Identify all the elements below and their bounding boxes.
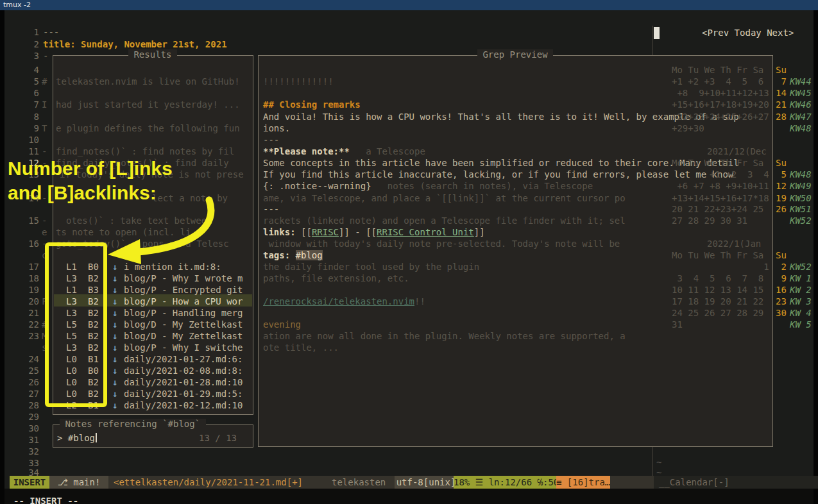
calendar-sunday-day[interactable]: 2 bbox=[776, 261, 787, 273]
buffer-text-fragment: F bbox=[42, 296, 47, 307]
result-item[interactable]: i mention it.md:8: bbox=[124, 261, 221, 273]
result-item[interactable]: blog/P - Why I switche bbox=[124, 342, 243, 353]
result-link-count: L3 bbox=[66, 273, 77, 284]
search-input[interactable]: > #blog bbox=[57, 432, 95, 444]
result-backlink-count: B2 bbox=[88, 330, 99, 342]
calendar-week-days[interactable]: 10 11 12 13 14 15 bbox=[672, 284, 763, 296]
calendar-week-days[interactable]: +1 +2 3 4 bbox=[672, 169, 769, 180]
today-button[interactable]: Today bbox=[735, 28, 762, 38]
calendar-week-days[interactable]: 20 21 22+23+24 25 bbox=[672, 203, 763, 215]
result-item[interactable]: daily/2021-01-27.md:6: bbox=[124, 353, 243, 365]
preview-line: ation are now all done in the plugin. We… bbox=[263, 330, 626, 342]
calendar-sunday-header: Su bbox=[776, 64, 787, 76]
preview-text: ## Closing remarks bbox=[263, 99, 361, 110]
calendar-week-days[interactable]: 27 28 29 30 31 bbox=[672, 215, 747, 226]
result-item[interactable]: daily/2021-01-28.md:10 bbox=[124, 376, 243, 388]
calendar-week-days[interactable]: 17 18 19 20 21 22 bbox=[672, 296, 763, 307]
calendar-week-days[interactable]: +6 +7 +8 +9+10+11 bbox=[672, 180, 769, 192]
calendar-week-days[interactable]: +8 9+10+11+12+13 bbox=[672, 87, 769, 99]
preview-line: tags: #blog bbox=[263, 249, 323, 261]
preview-line: ame, via Telescope, and place a `[[link]… bbox=[263, 192, 626, 204]
preview-text: window with today's daily note pre-selec… bbox=[263, 239, 620, 249]
buffer-text-fragment: - bbox=[42, 238, 47, 249]
calendar-week-number: KW 2 bbox=[790, 284, 812, 296]
calendar-sunday-day[interactable]: 21 bbox=[776, 99, 787, 110]
result-backlink-count: B1 bbox=[88, 399, 99, 411]
line-number: 24 bbox=[22, 353, 39, 365]
buffer-text-fragment: - bbox=[42, 215, 47, 226]
result-backlink-count: B3 bbox=[88, 284, 99, 296]
calendar-week-number: KW45 bbox=[790, 87, 812, 99]
result-item[interactable]: daily/2021-02-08.md:8: bbox=[124, 365, 243, 376]
line-number: 27 bbox=[22, 388, 39, 399]
calendar-sunday-day[interactable]: 12 bbox=[776, 180, 787, 192]
calendar-sunday-day[interactable]: 30 bbox=[776, 307, 787, 319]
result-item[interactable]: daily/2021-02-12.md:10 bbox=[124, 399, 243, 411]
calendar-sunday-day[interactable]: 23 bbox=[776, 296, 787, 307]
down-arrow-icon: ↓ bbox=[112, 342, 117, 353]
preview-line: --- bbox=[263, 134, 279, 146]
calendar-week-number: KW48 bbox=[790, 122, 812, 134]
buffer-text-fragment: M bbox=[42, 330, 47, 342]
result-link-count: L3 bbox=[66, 307, 77, 319]
down-arrow-icon: ↓ bbox=[112, 353, 117, 365]
calendar-week-days[interactable]: 3 4 5 6 7 8 bbox=[672, 273, 763, 284]
result-item[interactable]: blog/D - My Zettelkast bbox=[124, 319, 243, 330]
result-item[interactable]: daily/2021-01-29.md:5: bbox=[124, 388, 243, 399]
calendar-week-days[interactable]: 31 bbox=[672, 319, 683, 330]
preview-text: ]] - [[ bbox=[339, 227, 377, 237]
calendar-sunday-day[interactable]: 26 bbox=[776, 203, 787, 215]
calendar-week-number: KW 3 bbox=[790, 296, 812, 307]
buffer-text-fragment: c bbox=[42, 249, 47, 261]
calendar-week-days[interactable]: +22+23+24+25+26+27 bbox=[672, 111, 769, 122]
text-cursor bbox=[96, 433, 97, 442]
prev-button[interactable]: <Prev bbox=[702, 28, 729, 38]
calendar-week-days[interactable]: +29+30 bbox=[672, 122, 704, 134]
calendar-week-number: KW 4 bbox=[790, 307, 812, 319]
calendar-week-days[interactable]: 1 bbox=[672, 261, 769, 273]
line-number: 2 bbox=[22, 38, 39, 50]
calendar-week-days[interactable]: 24 25 26 27 28 29 bbox=[672, 307, 763, 319]
result-item[interactable]: blog/P - Handling merg bbox=[124, 307, 243, 319]
results-bg-text: goto_today()` : pops up a Telesc bbox=[56, 238, 229, 249]
down-arrow-icon: ↓ bbox=[112, 284, 117, 296]
preview-text: ions. bbox=[263, 123, 290, 133]
preview-line: --- bbox=[263, 203, 279, 215]
line-number: 11 bbox=[22, 146, 39, 157]
result-link-count: L1 bbox=[66, 261, 77, 273]
calendar-sunday-day[interactable]: 28 bbox=[776, 111, 787, 122]
calendar-week-days[interactable]: +13+14+15+16+17*18 bbox=[672, 192, 769, 204]
line-number: 32 bbox=[22, 446, 39, 457]
calendar-week-days[interactable]: +15+16+17+18+19+20 bbox=[672, 99, 769, 110]
calendar-sunday-day[interactable]: 14 bbox=[776, 87, 787, 99]
next-button[interactable]: Next> bbox=[767, 28, 794, 38]
calendar-sunday-day[interactable]: 19 bbox=[776, 192, 787, 204]
preview-text: ]] bbox=[474, 227, 485, 237]
calendar-sunday-day[interactable]: 5 bbox=[776, 169, 787, 180]
preview-text: notes (search in notes), via Telescope bbox=[371, 181, 593, 191]
preview-text: !! bbox=[414, 296, 425, 307]
line-number: 10 bbox=[22, 134, 39, 146]
line-number: 5 bbox=[22, 76, 39, 87]
result-item[interactable]: blog/P - How a CPU wor bbox=[124, 296, 243, 307]
calendar-sunday-day[interactable]: 16 bbox=[776, 284, 787, 296]
line-number: 7 bbox=[22, 99, 39, 110]
buffer-text-fragment: I bbox=[42, 99, 47, 110]
result-item[interactable]: blog/P - Why I wrote m bbox=[124, 273, 243, 284]
preview-text: If you find this article inaccurate, lac… bbox=[263, 169, 739, 180]
result-backlink-count: B2 bbox=[88, 342, 99, 353]
down-arrow-icon: ↓ bbox=[112, 388, 117, 399]
result-link-count: L5 bbox=[66, 319, 77, 330]
calendar-week-days[interactable]: +1 +2 +3 4 5 6 bbox=[672, 76, 763, 87]
calendar-sunday-day[interactable]: 7 bbox=[776, 76, 787, 87]
line-number: 26 bbox=[22, 376, 39, 388]
result-item[interactable]: blog/P - Encrypted git bbox=[124, 284, 243, 296]
wiki-link: RRISC bbox=[312, 227, 339, 237]
result-item[interactable]: blog/D - My Zettelkast bbox=[124, 330, 243, 342]
calendar-week-number: KW50 bbox=[790, 192, 812, 204]
editor-area: Results Grep Preview Notes referencing `… bbox=[4, 10, 814, 499]
line-number: 22 bbox=[22, 319, 39, 330]
file-path: <ettelkasten/daily/2021-11-21.md[+] bbox=[114, 476, 303, 489]
results-bg-text: find_daily_notes()` : find daily bbox=[56, 157, 229, 169]
calendar-sunday-day[interactable]: 9 bbox=[776, 273, 787, 284]
